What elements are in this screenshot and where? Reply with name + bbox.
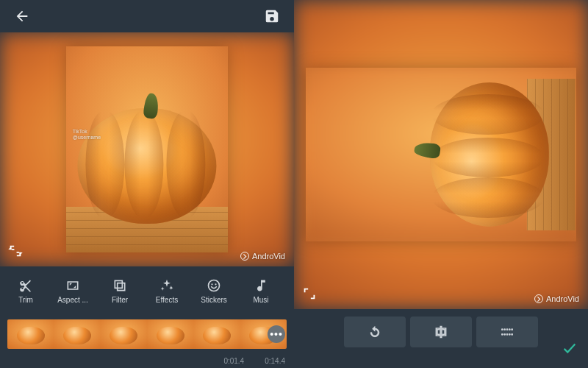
rotate-actionbar [294,309,588,368]
time-current: 0:01.4 [223,357,244,365]
filter-icon [112,278,127,293]
tiktok-watermark: TikTok @username [73,129,101,141]
timeline-thumbs[interactable] [7,319,287,349]
fullscreen-button[interactable] [301,286,318,302]
stickers-icon [207,278,221,293]
time-total: 0:14.4 [265,357,285,365]
rotate-tool-panel: AndroVid [294,0,588,368]
app-watermark: AndroVid [534,294,579,303]
timeline[interactable]: ••• 0:01.4 0:14.4 [0,315,294,368]
tool-label: Trim [18,296,33,304]
fullscreen-button[interactable] [7,243,24,259]
watermark-text: AndroVid [252,252,285,261]
preview-area-left[interactable]: TikTok @username AndroVid [0,32,294,266]
pumpkin-graphic [77,98,216,223]
tool-label: Musi [253,296,268,304]
effects-icon [159,278,174,293]
confirm-button[interactable] [562,340,578,359]
tool-label: Effects [156,296,178,304]
svg-point-2 [215,283,216,285]
time-readout: 0:01.4 0:14.4 [223,357,285,365]
editor-main-panel: TikTok @username AndroVid Trim Aspect ..… [0,0,294,368]
watermark-icon [534,294,543,303]
preview-area-right[interactable]: AndroVid [294,0,588,309]
app-watermark: AndroVid [240,252,285,261]
watermark-text: AndroVid [546,294,579,303]
rotate-button[interactable] [344,316,406,347]
tool-filter[interactable]: Filter [97,278,143,304]
save-button[interactable] [262,6,282,26]
scissors-icon [18,278,33,293]
svg-point-0 [209,280,220,291]
video-frame-landscape [306,68,576,241]
flip-button[interactable] [410,316,472,347]
timeline-thumb[interactable] [147,319,193,349]
topbar [0,0,294,32]
tool-label: Filter [112,296,128,304]
rotate-icon [368,325,382,339]
tool-strip: Trim Aspect ... Filter Effects Stickers … [0,266,294,315]
timeline-thumb[interactable] [7,319,54,349]
svg-point-1 [211,283,212,285]
music-icon [254,278,268,293]
timeline-more-button[interactable]: ••• [268,325,285,343]
tool-stickers[interactable]: Stickers [191,278,237,304]
watermark-icon [240,252,249,261]
aspect-icon [65,278,80,293]
tool-label: Stickers [201,296,227,304]
tool-aspect[interactable]: Aspect ... [50,278,96,304]
timeline-thumb[interactable] [193,319,240,349]
flip-icon [434,325,448,339]
back-button[interactable] [12,6,32,26]
tool-trim[interactable]: Trim [3,278,49,304]
crop-button[interactable] [476,316,538,347]
timeline-thumb[interactable] [54,319,100,349]
video-frame-portrait: TikTok @username [66,46,228,252]
tool-effects[interactable]: Effects [144,278,190,304]
crop-icon [500,325,514,339]
check-icon [562,340,578,356]
tool-music[interactable]: Musi [238,278,284,304]
tool-label: Aspect ... [57,296,88,304]
tiktok-user: @username [73,135,101,141]
pumpkin-graphic-rotated [419,82,548,227]
timeline-thumb[interactable] [101,319,147,349]
